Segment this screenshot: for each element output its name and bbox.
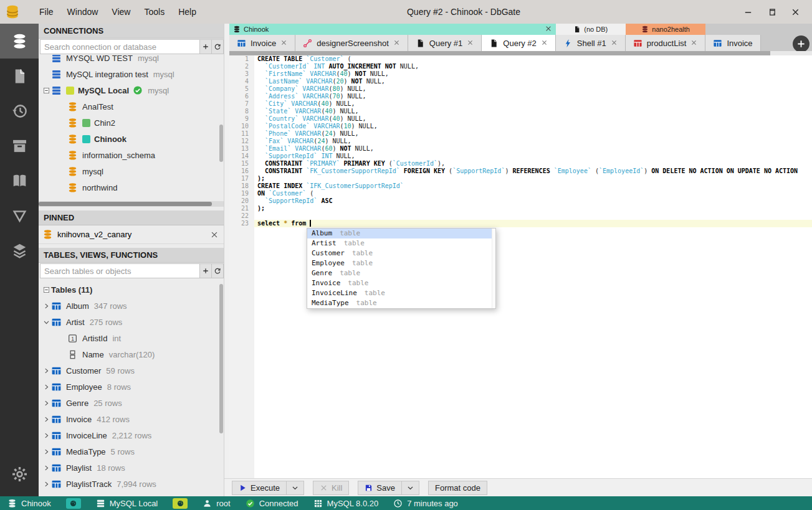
connection-item[interactable]: MySQL integration testmysql — [39, 66, 224, 82]
connections-search-input[interactable] — [40, 39, 200, 54]
collapse-expander-icon[interactable] — [41, 85, 51, 95]
save-button[interactable]: Save — [358, 481, 402, 495]
autocomplete-scrollbar[interactable] — [492, 229, 495, 308]
chevron-right-icon[interactable] — [41, 479, 51, 489]
execute-button[interactable]: Execute — [232, 481, 287, 495]
activity-archive[interactable] — [0, 128, 39, 163]
database-item[interactable]: information_schema — [39, 147, 224, 163]
table-item[interactable]: Tables (11) — [39, 281, 224, 298]
chevron-right-icon[interactable] — [41, 382, 51, 392]
connections-hscrollbar[interactable] — [39, 201, 224, 207]
database-item[interactable]: mysql — [39, 163, 224, 179]
close-tab-icon[interactable] — [467, 39, 474, 48]
chevron-down-icon[interactable] — [41, 317, 51, 327]
file-icon — [573, 26, 581, 33]
autocomplete-item-customer[interactable]: Customertable — [307, 248, 495, 258]
tab-shell-1[interactable]: Shell #1 — [556, 35, 626, 51]
tab-group-header[interactable]: nano2health — [626, 24, 706, 35]
chevron-right-icon[interactable] — [41, 463, 51, 473]
tab-group-header[interactable]: (no DB) — [556, 24, 626, 35]
table-item[interactable]: Artist275 rows — [39, 314, 224, 330]
database-item[interactable]: Chin2 — [39, 115, 224, 131]
autocomplete-item-genre[interactable]: Genretable — [307, 268, 495, 278]
menu-file[interactable]: File — [32, 0, 60, 24]
table-item[interactable]: InvoiceLine2,212 rows — [39, 427, 224, 443]
add-connection-button[interactable] — [200, 39, 212, 54]
close-button[interactable] — [783, 0, 807, 24]
activity-files[interactable] — [0, 59, 39, 93]
table-item[interactable]: Playlist18 rows — [39, 460, 224, 476]
autocomplete-item-mediatype[interactable]: MediaTypetable — [307, 298, 495, 308]
column-item[interactable]: Namevarchar(120) — [39, 346, 224, 362]
autocomplete-item-artist[interactable]: Artisttable — [307, 238, 495, 248]
table-item[interactable]: Employee8 rows — [39, 379, 224, 395]
column-item[interactable]: 1ArtistIdint — [39, 330, 224, 346]
chevron-right-icon[interactable] — [41, 446, 51, 456]
chevron-right-icon[interactable] — [41, 398, 51, 408]
tables-search-input[interactable] — [40, 263, 200, 278]
tab-designerscreenshot[interactable]: designerScreenshot — [295, 35, 408, 51]
chevron-right-icon[interactable] — [41, 414, 51, 424]
minimize-button[interactable] — [736, 0, 760, 24]
close-tab-icon[interactable] — [611, 39, 618, 48]
menu-window[interactable]: Window — [60, 0, 105, 24]
tab-invoice[interactable]: Invoice — [705, 35, 760, 51]
menu-view[interactable]: View — [105, 0, 137, 24]
table-item[interactable]: Invoice412 rows — [39, 411, 224, 427]
activity-history[interactable] — [0, 93, 39, 128]
status-connection[interactable]: MySQL Local — [96, 499, 158, 508]
autocomplete-item-invoice[interactable]: Invoicetable — [307, 278, 495, 288]
database-icon — [67, 150, 78, 161]
autocomplete-item-invoiceline[interactable]: InvoiceLinetable — [307, 288, 495, 298]
format-code-button[interactable]: Format code — [428, 481, 487, 495]
chevron-right-icon[interactable] — [41, 430, 51, 440]
unpin-close-icon[interactable] — [210, 230, 219, 239]
tab-query-2[interactable]: Query #2 — [482, 35, 555, 51]
pinned-item[interactable]: knihovna_v2_canary — [39, 225, 224, 244]
connections-vscrollbar[interactable] — [219, 125, 224, 205]
activity-query-designer[interactable] — [0, 198, 39, 233]
autocomplete-item-employee[interactable]: Employeetable — [307, 258, 495, 268]
close-tab-icon[interactable] — [541, 39, 548, 48]
table-item[interactable]: Genre25 rows — [39, 395, 224, 411]
add-table-button[interactable] — [200, 263, 212, 278]
activity-plugins[interactable] — [0, 233, 39, 268]
activity-favorites[interactable] — [0, 163, 39, 198]
table-item[interactable]: Customer59 rows — [39, 362, 224, 379]
tabbar-hscrollbar[interactable] — [229, 51, 812, 55]
table-item[interactable]: MediaType5 rows — [39, 443, 224, 460]
close-tab-icon[interactable] — [280, 39, 287, 48]
new-tab-button[interactable] — [793, 35, 810, 51]
execute-dropdown-button[interactable] — [287, 481, 304, 495]
chevron-right-icon[interactable] — [41, 301, 51, 311]
line-number: 2 — [229, 63, 254, 70]
activity-settings[interactable] — [0, 456, 39, 491]
close-tab-icon[interactable] — [393, 39, 400, 48]
tab-query-1[interactable]: Query #1 — [408, 35, 482, 51]
toolbar-group-save: Save — [358, 481, 419, 495]
tab-group-header[interactable]: Chinook — [229, 24, 556, 35]
database-item[interactable]: northwind — [39, 179, 224, 196]
kill-button[interactable]: Kill — [313, 481, 349, 495]
close-group-icon[interactable] — [545, 25, 552, 34]
menu-tools[interactable]: Tools — [137, 0, 171, 24]
activity-connections[interactable] — [0, 24, 39, 59]
connection-item[interactable]: MySQL Localmysql — [39, 82, 224, 98]
tables-vscrollbar[interactable] — [219, 284, 224, 493]
close-tab-icon[interactable] — [690, 39, 697, 48]
status-database[interactable]: Chinook — [7, 499, 51, 508]
autocomplete-item-album[interactable]: Albumtable — [307, 229, 495, 238]
save-dropdown-button[interactable] — [402, 481, 419, 495]
maximize-button[interactable] — [760, 0, 783, 24]
tab-productlist[interactable]: productList — [626, 35, 706, 51]
tab-invoice[interactable]: Invoice — [229, 35, 295, 51]
database-item[interactable]: Chinook — [39, 131, 224, 147]
table-item[interactable]: PlaylistTrack7,994 rows — [39, 476, 224, 492]
refresh-connections-button[interactable] — [212, 39, 224, 54]
table-item[interactable]: Album347 rows — [39, 298, 224, 314]
database-item[interactable]: AnalTest — [39, 98, 224, 115]
connection-item[interactable]: MYSQL WD TESTmysql — [39, 55, 224, 66]
refresh-tables-button[interactable] — [212, 263, 224, 278]
collapse-expander-icon[interactable] — [41, 285, 51, 295]
chevron-right-icon[interactable] — [41, 366, 51, 375]
